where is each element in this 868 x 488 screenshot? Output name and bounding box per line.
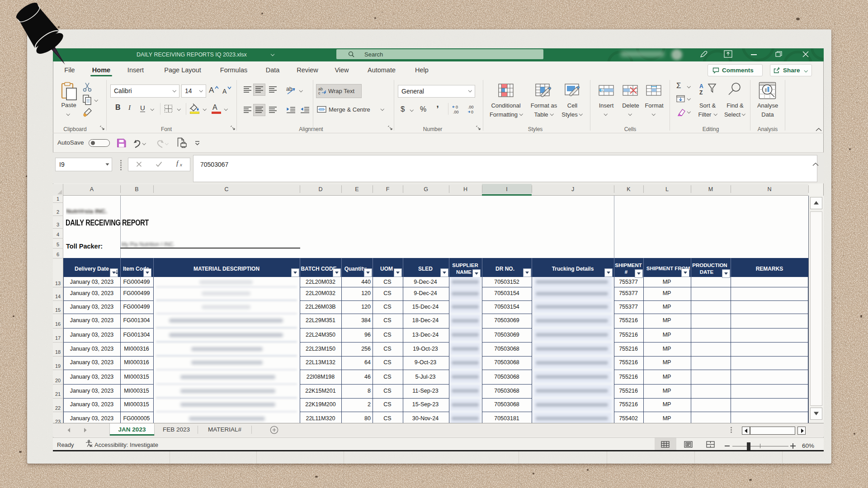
svg-text:c: c [318, 91, 321, 95]
svg-text:.00: .00 [468, 105, 474, 109]
svg-text:.00: .00 [453, 110, 459, 114]
svg-text:0: 0 [456, 105, 458, 109]
svg-text:0: 0 [471, 110, 473, 114]
svg-text:A: A [699, 83, 703, 89]
svg-text:Z: Z [699, 89, 703, 96]
